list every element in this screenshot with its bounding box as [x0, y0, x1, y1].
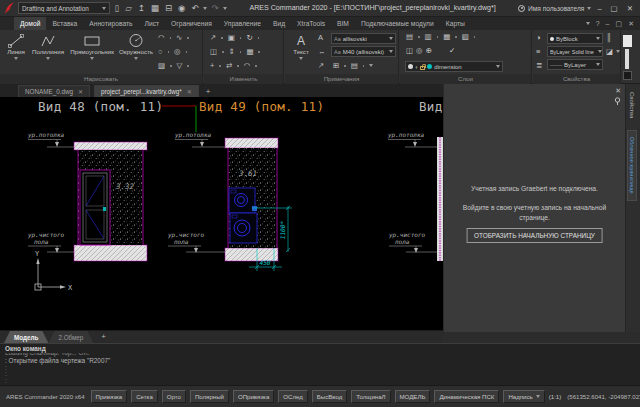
line-tool-button[interactable]: Линия — [3, 32, 29, 60]
redo-history-icon[interactable] — [223, 7, 227, 10]
grid-toggle[interactable]: Сетка — [131, 390, 158, 403]
snap-toggle[interactable]: Привязка — [91, 390, 128, 403]
view-48-geometry[interactable]: 3.32 — [74, 142, 147, 261]
door-handle-48[interactable] — [103, 207, 106, 211]
view49-title[interactable]: Вид 49 (пом. 11) — [199, 99, 324, 114]
doc-tab-project[interactable]: project_perepl...kvartiry.dwg* ✕ — [94, 85, 199, 97]
ortho-toggle[interactable]: Орто — [162, 390, 186, 403]
command-window[interactable]: Окно команд Loading ChartMap: Top... OK.… — [0, 343, 640, 385]
grip-point[interactable] — [252, 206, 257, 211]
dim-450-text[interactable]: 450 — [259, 259, 270, 266]
ribbon-tab-home[interactable]: Домой — [14, 17, 46, 30]
array-icon[interactable]: ▦ — [246, 48, 253, 56]
dimension-icon[interactable]: ↔ — [318, 48, 326, 56]
save-icon[interactable]: ▦ — [149, 4, 160, 13]
height-dim-48[interactable]: 3.32 — [115, 182, 135, 191]
undo-history-icon[interactable] — [203, 7, 207, 10]
show-start-page-button[interactable]: ОТОБРАЗИТЬ НАЧАЛЬНУЮ СТРАНИЦУ — [466, 228, 603, 243]
section-label-annotations[interactable]: Примечания — [285, 74, 398, 84]
hatch-icon[interactable]: ▨ — [158, 62, 165, 70]
doc-minimize-icon[interactable]: – — [606, 20, 610, 27]
dim-style-dropdown[interactable]: Aa M40 (allisovski) — [331, 46, 396, 57]
print-icon[interactable]: ◉ — [177, 4, 187, 13]
color-fill-icon[interactable]: ◑ — [536, 34, 541, 42]
leader-icon[interactable]: ↗ — [318, 62, 324, 70]
polyline-tool-button[interactable]: Полилиния — [30, 32, 66, 60]
user-account[interactable]: Имя пользователя — [518, 5, 591, 12]
appliance-stack[interactable] — [229, 188, 257, 243]
doc-close-icon[interactable]: ✕ — [628, 20, 634, 28]
linetype-icon[interactable]: ≡ — [536, 48, 540, 56]
doc-tab-noname[interactable]: NONAME_0.dwg ✕ — [18, 85, 90, 97]
add-sheet-button[interactable]: + — [93, 331, 114, 343]
donut-icon[interactable]: ◎ — [174, 48, 181, 56]
layer-preview-icon[interactable]: ▦ — [443, 33, 450, 41]
swatch-white[interactable] — [623, 35, 632, 47]
help-icon[interactable]: ? — [596, 20, 600, 27]
columns-icon[interactable]: ║ — [606, 34, 611, 42]
polygon-icon[interactable]: ▽ — [177, 62, 183, 70]
door-48[interactable] — [80, 170, 110, 245]
section-label-layers[interactable]: Слои — [400, 74, 531, 84]
quick-input-toggle[interactable]: БысВвод — [312, 390, 347, 403]
copy-icon[interactable]: ▣ — [228, 34, 235, 42]
layer-new-icon[interactable]: ⊕ — [426, 47, 432, 55]
palette-tab-properties[interactable]: Свойства — [629, 92, 635, 118]
offset-icon[interactable]: ⇄ — [226, 62, 232, 70]
dynamic-ucs-toggle[interactable]: Динамическая ПСК — [434, 390, 499, 403]
layer-dropdown[interactable]: ◐ dimension — [405, 61, 503, 72]
check-icon[interactable]: ✓ — [449, 47, 455, 55]
close-button[interactable]: ✕ — [624, 4, 636, 13]
ceiling-slab-48[interactable] — [74, 142, 147, 150]
section-label-properties[interactable]: Свойства — [533, 74, 620, 84]
dim-1100-text[interactable]: 1100* — [279, 220, 286, 239]
undo-icon[interactable]: ↶ — [190, 4, 200, 13]
ucs-icon[interactable]: Y X — [35, 250, 73, 292]
redo-icon[interactable]: ↷ — [210, 4, 220, 13]
layer-freeze-icon[interactable]: ◫ — [406, 47, 413, 55]
floor-slab-48[interactable] — [74, 245, 147, 261]
color-dropdown[interactable]: ByBlock — [547, 33, 603, 44]
ceiling-slab-49[interactable] — [225, 138, 278, 148]
layer-states-icon[interactable]: ▥ — [425, 33, 432, 41]
slider-bar[interactable] — [625, 49, 629, 69]
ribbon-collapse-icon[interactable] — [586, 22, 590, 25]
ribbon-tab-maps[interactable]: Карты — [440, 17, 471, 30]
close-icon[interactable]: ✕ — [187, 88, 192, 95]
text-height-icon[interactable]: A — [318, 34, 323, 42]
model-space-button[interactable]: МОДЕЛЬ — [395, 390, 431, 403]
ribbon-tab-bim[interactable]: BIM — [331, 17, 355, 30]
view-49-geometry[interactable]: 3.61 1100* 450 — [225, 138, 292, 271]
minimize-button[interactable]: – — [594, 4, 604, 13]
rectangle-tool-button[interactable]: Прямоугольник — [68, 32, 116, 60]
ribbon-tab-view[interactable]: Вид — [267, 17, 291, 30]
lineweight-toggle[interactable]: ТолщинаЛ — [351, 390, 390, 403]
swatch-dark[interactable] — [623, 71, 632, 80]
close-icon[interactable]: ✕ — [78, 88, 83, 95]
tab-sheet-obmer[interactable]: 2.Обмер — [48, 331, 93, 343]
height-dim-49[interactable]: 3.61 — [238, 169, 257, 178]
ribbon-tab-insert[interactable]: Вставка — [46, 17, 83, 30]
text-tool-button[interactable]: A Текст — [287, 32, 315, 60]
ribbon-tab-manage[interactable]: Управление — [218, 17, 267, 30]
move-icon[interactable]: ↗ — [210, 34, 216, 42]
palette-tab-cloud-storage[interactable]: Облачное хранилище — [627, 130, 637, 201]
table-icon[interactable]: ⊞ — [333, 62, 339, 70]
panel-close-icon[interactable]: ✕ — [615, 87, 621, 95]
import-icon[interactable]: ↥ — [136, 4, 146, 13]
mirror-icon[interactable]: ◫ — [210, 48, 217, 56]
lineweight-icon[interactable]: ≣ — [536, 62, 542, 70]
layer-settings-icon[interactable]: ▧ — [462, 33, 469, 41]
ellipse-icon[interactable]: ○ — [158, 48, 163, 56]
trim-icon[interactable]: + — [210, 62, 214, 70]
linetype-dropdown[interactable]: ByLayer Solid line — [547, 46, 603, 57]
doc-restore-icon[interactable]: ▢ — [616, 20, 623, 28]
open-icon[interactable]: ▱ — [124, 4, 134, 13]
polar-toggle[interactable]: Полярный — [190, 390, 229, 403]
etrack-toggle[interactable]: ОСлед — [278, 390, 308, 403]
view-clipped-title[interactable]: Вид — [419, 99, 442, 114]
ribbon-tab-sheet[interactable]: Лист — [139, 17, 166, 30]
fillet-icon[interactable]: ◠ — [244, 62, 251, 70]
spline-icon[interactable]: ∿ — [176, 34, 182, 42]
section-label-draw[interactable]: Нарисовать — [0, 74, 202, 84]
